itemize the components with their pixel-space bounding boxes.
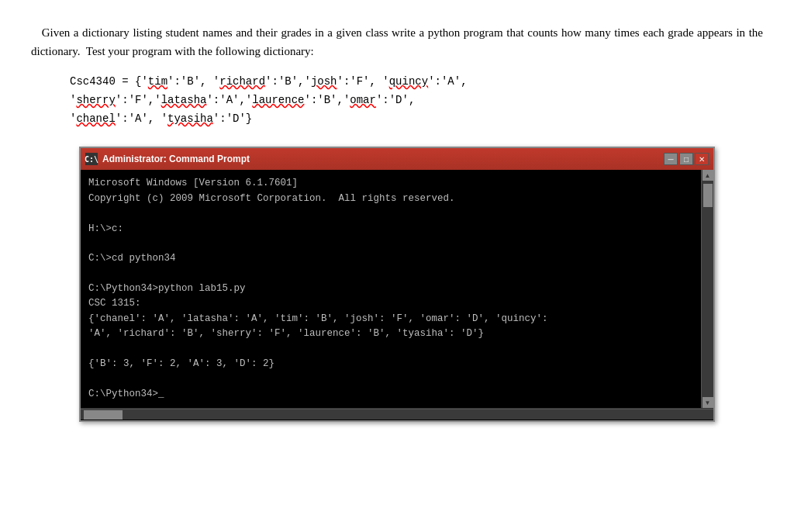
code-line-3: 'chanel':'A', 'tyasiha':'D'}	[70, 110, 763, 129]
cmd-titlebar: C:\ Administrator: Command Prompt ─ □ ✕	[81, 148, 713, 170]
minimize-button[interactable]: ─	[664, 153, 678, 165]
close-button[interactable]: ✕	[695, 153, 709, 165]
cmd-icon: C:\	[85, 153, 98, 165]
scrollbar-up-button[interactable]: ▲	[703, 170, 713, 181]
cmd-scrollbar[interactable]: ▲ ▼	[701, 170, 713, 408]
page-content: Given a dictionary listing student names…	[31, 23, 763, 422]
cmd-titlebar-title: Administrator: Command Prompt	[102, 154, 250, 164]
cmd-horizontal-scrollbar[interactable]	[81, 409, 713, 420]
scrollbar-thumb[interactable]	[703, 184, 713, 207]
cmd-titlebar-buttons[interactable]: ─ □ ✕	[664, 153, 709, 165]
code-block: Csc4340 = {'tim':'B', 'richard':'B','jos…	[70, 73, 763, 128]
code-line-2: 'sherry':'F','latasha':'A','laurence':'B…	[70, 92, 763, 110]
description-paragraph: Given a dictionary listing student names…	[31, 23, 763, 60]
cmd-window: C:\ Administrator: Command Prompt ─ □ ✕ …	[79, 147, 715, 422]
cmd-body-wrapper: Microsoft Windows [Version 6.1.7601] Cop…	[81, 170, 713, 408]
cmd-output: Microsoft Windows [Version 6.1.7601] Cop…	[81, 170, 701, 408]
scrollbar-down-button[interactable]: ▼	[703, 397, 713, 408]
cmd-footer	[81, 408, 713, 420]
cmd-titlebar-left: C:\ Administrator: Command Prompt	[85, 153, 250, 165]
restore-button[interactable]: □	[679, 153, 693, 165]
horizontal-scrollbar-thumb[interactable]	[84, 410, 123, 420]
code-line-1: Csc4340 = {'tim':'B', 'richard':'B','jos…	[70, 73, 763, 92]
